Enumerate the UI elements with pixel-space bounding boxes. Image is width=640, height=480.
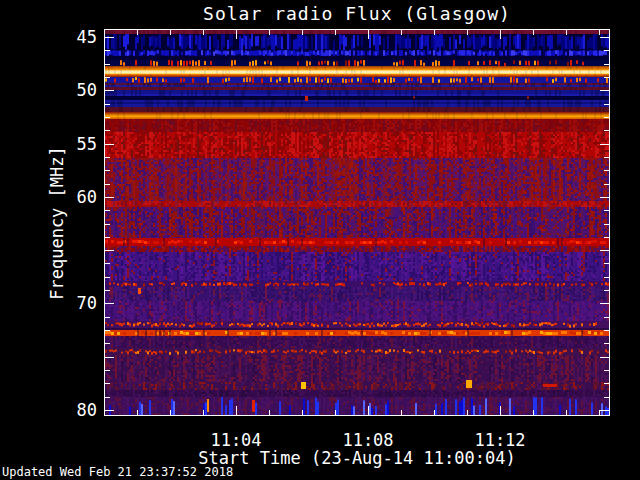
y-tick-label: 70 [53,294,97,312]
y-tick-label: 60 [53,188,97,206]
x-tick-label: 11:04 [210,430,261,450]
y-tick-label: 55 [53,135,97,153]
x-tick-label: 11:12 [474,430,525,450]
y-tick-label: 45 [53,28,97,46]
y-axis-title: Frequency [MHz] [47,146,67,300]
spectrogram-window: Solar radio Flux (Glasgow) Frequency [MH… [0,0,640,480]
x-tick-label: 11:08 [342,430,393,450]
y-tick-label: 50 [53,81,97,99]
updated-timestamp: Updated Wed Feb 21 23:37:52 2018 [2,465,233,479]
y-tick-label: 80 [53,401,97,419]
spectrogram-plot [104,29,610,416]
chart-title: Solar radio Flux (Glasgow) [105,3,609,24]
